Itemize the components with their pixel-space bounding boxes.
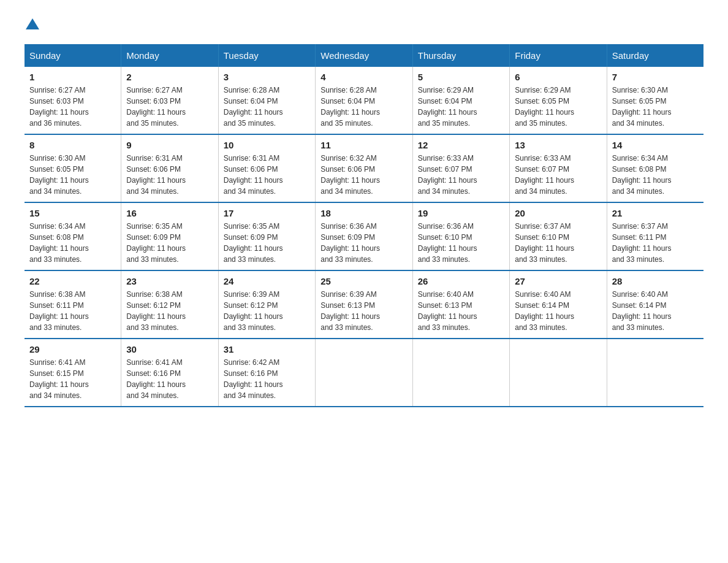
page-header <box>25 18 703 32</box>
day-number: 13 <box>515 140 601 150</box>
day-number: 22 <box>29 276 116 286</box>
day-info: Sunrise: 6:29 AMSunset: 6:05 PMDaylight:… <box>515 85 601 129</box>
day-number: 21 <box>612 208 699 218</box>
day-info: Sunrise: 6:37 AMSunset: 6:11 PMDaylight:… <box>612 221 699 265</box>
header-row: SundayMondayTuesdayWednesdayThursdayFrid… <box>25 44 703 67</box>
day-number: 10 <box>224 140 310 150</box>
day-cell <box>510 339 607 407</box>
day-cell: 2Sunrise: 6:27 AMSunset: 6:03 PMDaylight… <box>121 67 218 134</box>
day-info: Sunrise: 6:40 AMSunset: 6:14 PMDaylight:… <box>612 289 699 333</box>
day-info: Sunrise: 6:32 AMSunset: 6:06 PMDaylight:… <box>320 153 407 197</box>
day-number: 3 <box>224 72 310 82</box>
day-cell: 17Sunrise: 6:35 AMSunset: 6:09 PMDayligh… <box>218 202 315 270</box>
day-cell: 13Sunrise: 6:33 AMSunset: 6:07 PMDayligh… <box>510 134 607 202</box>
day-info: Sunrise: 6:34 AMSunset: 6:08 PMDaylight:… <box>612 153 699 197</box>
day-number: 29 <box>29 344 116 354</box>
day-number: 19 <box>418 208 504 218</box>
week-row-2: 8Sunrise: 6:30 AMSunset: 6:05 PMDaylight… <box>25 134 703 202</box>
day-number: 4 <box>320 72 407 82</box>
day-cell: 12Sunrise: 6:33 AMSunset: 6:07 PMDayligh… <box>412 134 509 202</box>
day-number: 17 <box>224 208 310 218</box>
day-info: Sunrise: 6:31 AMSunset: 6:06 PMDaylight:… <box>126 153 213 197</box>
day-number: 5 <box>418 72 504 82</box>
day-cell: 11Sunrise: 6:32 AMSunset: 6:06 PMDayligh… <box>316 134 412 202</box>
day-info: Sunrise: 6:42 AMSunset: 6:16 PMDaylight:… <box>224 357 310 401</box>
day-info: Sunrise: 6:34 AMSunset: 6:08 PMDaylight:… <box>29 221 116 265</box>
header-cell-wednesday: Wednesday <box>316 44 412 67</box>
svg-marker-0 <box>26 18 39 29</box>
day-cell <box>412 339 509 407</box>
day-cell: 3Sunrise: 6:28 AMSunset: 6:04 PMDaylight… <box>218 67 315 134</box>
day-cell <box>607 339 703 407</box>
day-cell: 25Sunrise: 6:39 AMSunset: 6:13 PMDayligh… <box>316 270 412 339</box>
week-row-1: 1Sunrise: 6:27 AMSunset: 6:03 PMDaylight… <box>25 67 703 134</box>
day-number: 23 <box>126 276 213 286</box>
day-info: Sunrise: 6:39 AMSunset: 6:12 PMDaylight:… <box>224 289 310 333</box>
day-number: 12 <box>418 140 504 150</box>
day-info: Sunrise: 6:33 AMSunset: 6:07 PMDaylight:… <box>418 153 504 197</box>
day-cell: 19Sunrise: 6:36 AMSunset: 6:10 PMDayligh… <box>412 202 509 270</box>
day-number: 30 <box>126 344 213 354</box>
day-number: 2 <box>126 72 213 82</box>
day-number: 28 <box>612 276 699 286</box>
day-cell: 5Sunrise: 6:29 AMSunset: 6:04 PMDaylight… <box>412 67 509 134</box>
day-number: 18 <box>320 208 407 218</box>
day-cell: 18Sunrise: 6:36 AMSunset: 6:09 PMDayligh… <box>316 202 412 270</box>
day-info: Sunrise: 6:37 AMSunset: 6:10 PMDaylight:… <box>515 221 601 265</box>
day-cell: 30Sunrise: 6:41 AMSunset: 6:16 PMDayligh… <box>121 339 218 407</box>
day-cell: 27Sunrise: 6:40 AMSunset: 6:14 PMDayligh… <box>510 270 607 339</box>
calendar-body: 1Sunrise: 6:27 AMSunset: 6:03 PMDaylight… <box>25 67 703 407</box>
day-cell: 29Sunrise: 6:41 AMSunset: 6:15 PMDayligh… <box>25 339 121 407</box>
day-info: Sunrise: 6:40 AMSunset: 6:14 PMDaylight:… <box>515 289 601 333</box>
logo <box>25 18 39 32</box>
day-cell: 23Sunrise: 6:38 AMSunset: 6:12 PMDayligh… <box>121 270 218 339</box>
day-cell: 31Sunrise: 6:42 AMSunset: 6:16 PMDayligh… <box>218 339 315 407</box>
day-cell: 14Sunrise: 6:34 AMSunset: 6:08 PMDayligh… <box>607 134 703 202</box>
day-number: 25 <box>320 276 407 286</box>
day-cell: 26Sunrise: 6:40 AMSunset: 6:13 PMDayligh… <box>412 270 509 339</box>
day-cell: 9Sunrise: 6:31 AMSunset: 6:06 PMDaylight… <box>121 134 218 202</box>
calendar-header: SundayMondayTuesdayWednesdayThursdayFrid… <box>25 44 703 67</box>
logo-triangle-icon <box>26 18 39 29</box>
day-info: Sunrise: 6:36 AMSunset: 6:10 PMDaylight:… <box>418 221 504 265</box>
day-info: Sunrise: 6:30 AMSunset: 6:05 PMDaylight:… <box>612 85 699 129</box>
day-info: Sunrise: 6:27 AMSunset: 6:03 PMDaylight:… <box>126 85 213 129</box>
day-number: 6 <box>515 72 601 82</box>
day-info: Sunrise: 6:29 AMSunset: 6:04 PMDaylight:… <box>418 85 504 129</box>
day-cell: 21Sunrise: 6:37 AMSunset: 6:11 PMDayligh… <box>607 202 703 270</box>
day-number: 31 <box>224 344 310 354</box>
day-cell: 10Sunrise: 6:31 AMSunset: 6:06 PMDayligh… <box>218 134 315 202</box>
day-info: Sunrise: 6:41 AMSunset: 6:15 PMDaylight:… <box>29 357 116 401</box>
day-info: Sunrise: 6:38 AMSunset: 6:12 PMDaylight:… <box>126 289 213 333</box>
day-cell: 8Sunrise: 6:30 AMSunset: 6:05 PMDaylight… <box>25 134 121 202</box>
header-cell-friday: Friday <box>510 44 607 67</box>
calendar-table: SundayMondayTuesdayWednesdayThursdayFrid… <box>25 44 703 407</box>
day-info: Sunrise: 6:33 AMSunset: 6:07 PMDaylight:… <box>515 153 601 197</box>
day-info: Sunrise: 6:27 AMSunset: 6:03 PMDaylight:… <box>29 85 116 129</box>
day-number: 1 <box>29 72 116 82</box>
header-cell-thursday: Thursday <box>412 44 509 67</box>
day-info: Sunrise: 6:41 AMSunset: 6:16 PMDaylight:… <box>126 357 213 401</box>
day-info: Sunrise: 6:36 AMSunset: 6:09 PMDaylight:… <box>320 221 407 265</box>
day-number: 15 <box>29 208 116 218</box>
day-info: Sunrise: 6:28 AMSunset: 6:04 PMDaylight:… <box>320 85 407 129</box>
day-cell: 28Sunrise: 6:40 AMSunset: 6:14 PMDayligh… <box>607 270 703 339</box>
header-cell-saturday: Saturday <box>607 44 703 67</box>
week-row-5: 29Sunrise: 6:41 AMSunset: 6:15 PMDayligh… <box>25 339 703 407</box>
day-info: Sunrise: 6:39 AMSunset: 6:13 PMDaylight:… <box>320 289 407 333</box>
day-cell <box>316 339 412 407</box>
day-info: Sunrise: 6:28 AMSunset: 6:04 PMDaylight:… <box>224 85 310 129</box>
day-cell: 24Sunrise: 6:39 AMSunset: 6:12 PMDayligh… <box>218 270 315 339</box>
day-info: Sunrise: 6:31 AMSunset: 6:06 PMDaylight:… <box>224 153 310 197</box>
day-info: Sunrise: 6:35 AMSunset: 6:09 PMDaylight:… <box>224 221 310 265</box>
day-info: Sunrise: 6:38 AMSunset: 6:11 PMDaylight:… <box>29 289 116 333</box>
day-cell: 15Sunrise: 6:34 AMSunset: 6:08 PMDayligh… <box>25 202 121 270</box>
week-row-3: 15Sunrise: 6:34 AMSunset: 6:08 PMDayligh… <box>25 202 703 270</box>
day-cell: 4Sunrise: 6:28 AMSunset: 6:04 PMDaylight… <box>316 67 412 134</box>
day-number: 11 <box>320 140 407 150</box>
week-row-4: 22Sunrise: 6:38 AMSunset: 6:11 PMDayligh… <box>25 270 703 339</box>
day-number: 27 <box>515 276 601 286</box>
day-cell: 16Sunrise: 6:35 AMSunset: 6:09 PMDayligh… <box>121 202 218 270</box>
header-cell-monday: Monday <box>121 44 218 67</box>
day-cell: 22Sunrise: 6:38 AMSunset: 6:11 PMDayligh… <box>25 270 121 339</box>
